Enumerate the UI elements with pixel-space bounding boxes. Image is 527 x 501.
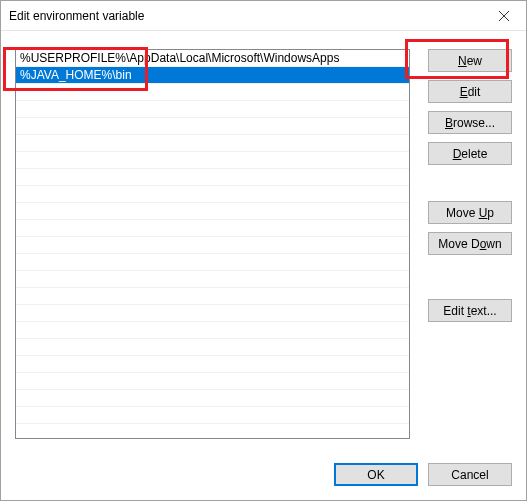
- titlebar: Edit environment variable: [1, 1, 526, 31]
- dialog-window: Edit environment variable %USERPROFILE%\…: [0, 0, 527, 501]
- edit-button[interactable]: Edit: [428, 80, 512, 103]
- close-icon: [499, 11, 509, 21]
- list-item[interactable]: [16, 322, 409, 339]
- browse-button-underline: B: [445, 116, 453, 130]
- list-item[interactable]: %JAVA_HOME%\bin: [16, 67, 409, 84]
- list-item[interactable]: [16, 305, 409, 322]
- moveup-prefix: Move: [446, 206, 479, 220]
- moveup-rest: p: [487, 206, 494, 220]
- list-item[interactable]: [16, 390, 409, 407]
- path-listbox[interactable]: %USERPROFILE%\AppData\Local\Microsoft\Wi…: [15, 49, 410, 439]
- list-item[interactable]: [16, 220, 409, 237]
- ok-button[interactable]: OK: [334, 463, 418, 486]
- list-item[interactable]: [16, 152, 409, 169]
- edittext-prefix: Edit: [443, 304, 467, 318]
- list-item[interactable]: [16, 169, 409, 186]
- delete-button-underline: D: [453, 147, 462, 161]
- list-item[interactable]: [16, 271, 409, 288]
- window-title: Edit environment variable: [9, 9, 481, 23]
- new-button[interactable]: New: [428, 49, 512, 72]
- edittext-rest: ext...: [471, 304, 497, 318]
- list-item[interactable]: [16, 339, 409, 356]
- list-item[interactable]: [16, 288, 409, 305]
- list-item[interactable]: [16, 135, 409, 152]
- list-item[interactable]: [16, 186, 409, 203]
- list-item[interactable]: [16, 373, 409, 390]
- movedown-prefix: Move D: [438, 237, 479, 251]
- new-button-underline: N: [458, 54, 467, 68]
- move-up-button[interactable]: Move Up: [428, 201, 512, 224]
- close-button[interactable]: [481, 1, 526, 30]
- delete-button-rest: elete: [461, 147, 487, 161]
- list-item[interactable]: [16, 118, 409, 135]
- list-item[interactable]: [16, 84, 409, 101]
- delete-button[interactable]: Delete: [428, 142, 512, 165]
- edit-text-button[interactable]: Edit text...: [428, 299, 512, 322]
- move-down-button[interactable]: Move Down: [428, 232, 512, 255]
- browse-button[interactable]: Browse...: [428, 111, 512, 134]
- button-gap-2: [428, 263, 512, 299]
- main-row: %USERPROFILE%\AppData\Local\Microsoft\Wi…: [15, 49, 512, 449]
- edit-button-underline: E: [460, 85, 468, 99]
- movedown-rest: wn: [486, 237, 501, 251]
- dialog-footer: OK Cancel: [15, 449, 512, 486]
- list-item[interactable]: [16, 203, 409, 220]
- cancel-button[interactable]: Cancel: [428, 463, 512, 486]
- side-button-column: New Edit Browse... Delete Move Up Move D…: [428, 49, 512, 449]
- button-gap-1: [428, 173, 512, 201]
- list-item[interactable]: [16, 356, 409, 373]
- browse-button-rest: rowse...: [453, 116, 495, 130]
- dialog-content: %USERPROFILE%\AppData\Local\Microsoft\Wi…: [1, 31, 526, 500]
- list-item[interactable]: [16, 237, 409, 254]
- list-item[interactable]: %USERPROFILE%\AppData\Local\Microsoft\Wi…: [16, 50, 409, 67]
- list-item[interactable]: [16, 101, 409, 118]
- edit-button-rest: dit: [468, 85, 481, 99]
- list-item[interactable]: [16, 407, 409, 424]
- new-button-rest: ew: [467, 54, 482, 68]
- list-item[interactable]: [16, 254, 409, 271]
